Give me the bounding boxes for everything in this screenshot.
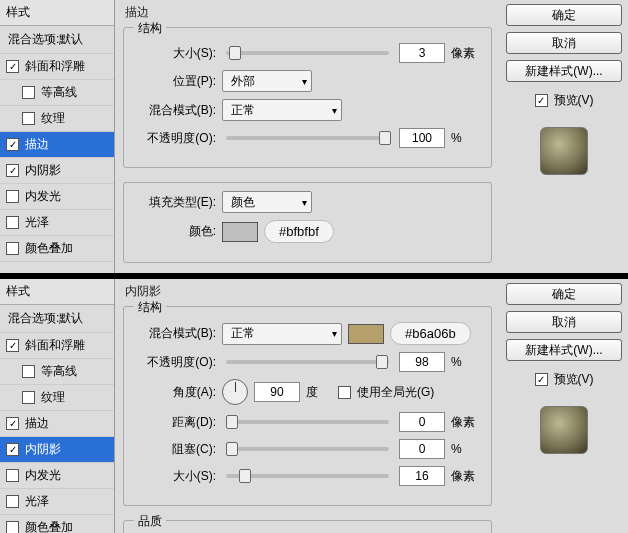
color-hex: #b6a06b xyxy=(390,322,471,345)
sidebar-item-inner-glow[interactable]: 内发光 xyxy=(0,184,114,210)
opacity-label: 不透明度(O): xyxy=(134,130,216,147)
opacity-input[interactable] xyxy=(399,352,445,372)
checkbox-icon[interactable] xyxy=(22,365,35,378)
position-label: 位置(P): xyxy=(134,73,216,90)
new-style-button[interactable]: 新建样式(W)... xyxy=(506,60,622,82)
sidebar-item-inner-shadow[interactable]: 内阴影 xyxy=(0,437,114,463)
checkbox-icon[interactable] xyxy=(535,94,548,107)
sidebar-item-contour[interactable]: 等高线 xyxy=(0,359,114,385)
sidebar-item-inner-glow[interactable]: 内发光 xyxy=(0,463,114,489)
checkbox-icon[interactable] xyxy=(22,86,35,99)
color-swatch[interactable] xyxy=(222,222,258,242)
checkbox-icon[interactable] xyxy=(6,443,19,456)
structure-group: 结构 混合模式(B): 正常▾ #b6a06b 不透明度(O): % 角度(A)… xyxy=(123,306,492,506)
color-label: 颜色: xyxy=(134,223,216,240)
button-column: 确定 取消 新建样式(W)... 预览(V) xyxy=(500,0,628,273)
sidebar-item-color-overlay[interactable]: 颜色叠加 xyxy=(0,236,114,262)
color-hex: #bfbfbf xyxy=(264,220,334,243)
blend-options[interactable]: 混合选项:默认 xyxy=(0,305,114,333)
checkbox-icon[interactable] xyxy=(6,164,19,177)
preview-thumbnail xyxy=(540,406,588,454)
angle-input[interactable] xyxy=(254,382,300,402)
fill-type-select[interactable]: 颜色▾ xyxy=(222,191,312,213)
angle-label: 角度(A): xyxy=(134,384,216,401)
checkbox-icon[interactable] xyxy=(6,242,19,255)
settings-panel: 内阴影 结构 混合模式(B): 正常▾ #b6a06b 不透明度(O): % 角… xyxy=(115,279,500,533)
cancel-button[interactable]: 取消 xyxy=(506,32,622,54)
sidebar-item-inner-shadow[interactable]: 内阴影 xyxy=(0,158,114,184)
ok-button[interactable]: 确定 xyxy=(506,4,622,26)
size-label: 大小(S): xyxy=(134,468,216,485)
opacity-input[interactable] xyxy=(399,128,445,148)
blend-mode-label: 混合模式(B): xyxy=(134,102,216,119)
panel-title: 内阴影 xyxy=(123,279,492,304)
global-light-label: 使用全局光(G) xyxy=(357,384,434,401)
opacity-slider[interactable] xyxy=(226,136,389,140)
checkbox-icon[interactable] xyxy=(6,521,19,533)
checkbox-icon[interactable] xyxy=(6,469,19,482)
cancel-button[interactable]: 取消 xyxy=(506,311,622,333)
sidebar-item-bevel[interactable]: 斜面和浮雕 xyxy=(0,54,114,80)
sidebar-item-stroke[interactable]: 描边 xyxy=(0,411,114,437)
sidebar-header: 样式 xyxy=(0,0,114,26)
chevron-down-icon: ▾ xyxy=(302,197,307,208)
sidebar-item-satin[interactable]: 光泽 xyxy=(0,210,114,236)
styles-sidebar: 样式 混合选项:默认 斜面和浮雕 等高线 纹理 描边 内阴影 内发光 光泽 颜色… xyxy=(0,0,115,273)
global-light-checkbox[interactable] xyxy=(338,386,351,399)
preview-toggle[interactable]: 预览(V) xyxy=(535,92,594,109)
group-legend: 品质 xyxy=(134,513,166,530)
size-slider[interactable] xyxy=(226,474,389,478)
checkbox-icon[interactable] xyxy=(6,417,19,430)
structure-group: 结构 大小(S): 像素 位置(P): 外部▾ 混合模式(B): 正常▾ 不透明… xyxy=(123,27,492,168)
choke-input[interactable] xyxy=(399,439,445,459)
blend-mode-select[interactable]: 正常▾ xyxy=(222,99,342,121)
distance-slider[interactable] xyxy=(226,420,389,424)
checkbox-icon[interactable] xyxy=(6,216,19,229)
opacity-slider[interactable] xyxy=(226,360,389,364)
sidebar-item-satin[interactable]: 光泽 xyxy=(0,489,114,515)
settings-panel: 描边 结构 大小(S): 像素 位置(P): 外部▾ 混合模式(B): 正常▾ … xyxy=(115,0,500,273)
chevron-down-icon: ▾ xyxy=(302,76,307,87)
position-select[interactable]: 外部▾ xyxy=(222,70,312,92)
blend-mode-label: 混合模式(B): xyxy=(134,325,216,342)
checkbox-icon[interactable] xyxy=(6,190,19,203)
ok-button[interactable]: 确定 xyxy=(506,283,622,305)
sidebar-item-texture[interactable]: 纹理 xyxy=(0,385,114,411)
button-column: 确定 取消 新建样式(W)... 预览(V) xyxy=(500,279,628,533)
size-slider[interactable] xyxy=(226,51,389,55)
blend-options[interactable]: 混合选项:默认 xyxy=(0,26,114,54)
preview-thumbnail xyxy=(540,127,588,175)
opacity-unit: % xyxy=(451,355,481,369)
sidebar-item-bevel[interactable]: 斜面和浮雕 xyxy=(0,333,114,359)
chevron-down-icon: ▾ xyxy=(332,105,337,116)
angle-dial[interactable] xyxy=(222,379,248,405)
checkbox-icon[interactable] xyxy=(6,138,19,151)
choke-slider[interactable] xyxy=(226,447,389,451)
checkbox-icon[interactable] xyxy=(6,339,19,352)
preview-toggle[interactable]: 预览(V) xyxy=(535,371,594,388)
sidebar-header: 样式 xyxy=(0,279,114,305)
panel-title: 描边 xyxy=(123,0,492,25)
choke-label: 阻塞(C): xyxy=(134,441,216,458)
opacity-unit: % xyxy=(451,131,481,145)
angle-unit: 度 xyxy=(306,384,318,401)
distance-label: 距离(D): xyxy=(134,414,216,431)
sidebar-item-texture[interactable]: 纹理 xyxy=(0,106,114,132)
new-style-button[interactable]: 新建样式(W)... xyxy=(506,339,622,361)
distance-input[interactable] xyxy=(399,412,445,432)
checkbox-icon[interactable] xyxy=(22,391,35,404)
checkbox-icon[interactable] xyxy=(6,495,19,508)
sidebar-item-color-overlay[interactable]: 颜色叠加 xyxy=(0,515,114,533)
choke-unit: % xyxy=(451,442,481,456)
size-input[interactable] xyxy=(399,43,445,63)
checkbox-icon[interactable] xyxy=(22,112,35,125)
checkbox-icon[interactable] xyxy=(535,373,548,386)
styles-sidebar: 样式 混合选项:默认 斜面和浮雕 等高线 纹理 描边 内阴影 内发光 光泽 颜色… xyxy=(0,279,115,533)
sidebar-item-stroke[interactable]: 描边 xyxy=(0,132,114,158)
sidebar-item-contour[interactable]: 等高线 xyxy=(0,80,114,106)
fill-group: 填充类型(E): 颜色▾ 颜色: #bfbfbf xyxy=(123,182,492,263)
color-swatch[interactable] xyxy=(348,324,384,344)
size-input[interactable] xyxy=(399,466,445,486)
blend-mode-select[interactable]: 正常▾ xyxy=(222,323,342,345)
checkbox-icon[interactable] xyxy=(6,60,19,73)
